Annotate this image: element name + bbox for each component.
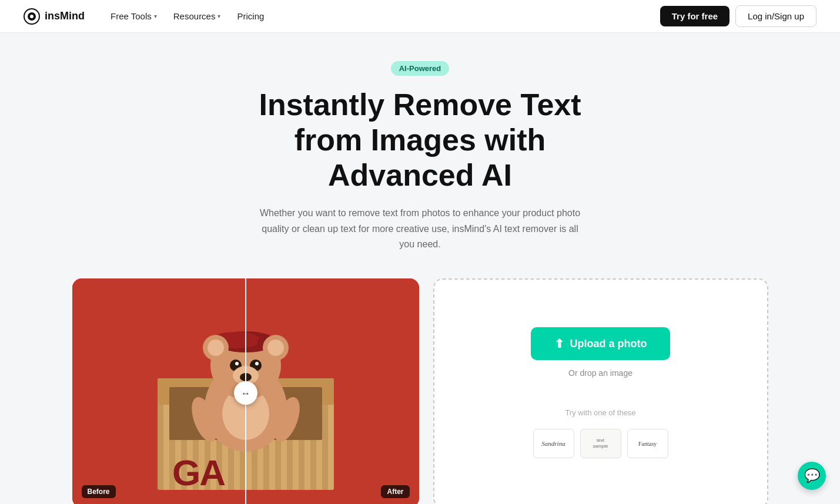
bear-illustration: GA — [72, 278, 419, 504]
content-area: GA — [0, 278, 840, 504]
image-compare: GA — [72, 278, 419, 504]
svg-text:GA: GA — [172, 452, 225, 493]
svg-point-35 — [235, 362, 239, 365]
nav-free-tools[interactable]: Free Tools ▾ — [103, 8, 164, 25]
label-before: Before — [82, 485, 116, 498]
svg-point-30 — [208, 340, 224, 356]
upload-button-label: Upload a photo — [570, 338, 647, 350]
chat-widget[interactable]: 💬 — [798, 462, 826, 490]
nav-links: Free Tools ▾ Resources ▾ Pricing — [103, 8, 271, 25]
hero-title: Instantly Remove Text from Images with A… — [259, 88, 581, 193]
upload-photo-button[interactable]: ⬆ Upload a photo — [531, 327, 671, 360]
sample-images: Sandrina textsample Fantasy — [533, 429, 668, 458]
chevron-down-icon: ▾ — [217, 13, 220, 19]
logo[interactable]: insMind — [24, 8, 85, 25]
upload-icon: ⬆ — [554, 337, 564, 351]
svg-point-2 — [30, 15, 34, 18]
sample-image-3[interactable]: Fantasy — [627, 429, 668, 458]
chevron-down-icon: ▾ — [154, 13, 157, 19]
upload-panel: ⬆ Upload a photo Or drop an image Try wi… — [433, 278, 768, 504]
try-for-free-button[interactable]: Try for free — [660, 6, 729, 26]
logo-text: insMind — [45, 10, 85, 22]
ai-powered-badge: AI-Powered — [391, 61, 450, 76]
svg-text:↔: ↔ — [241, 388, 250, 398]
try-label: Try with one of these — [565, 408, 635, 417]
label-after: After — [381, 485, 409, 498]
navbar-right: Try for free Log in/Sign up — [660, 5, 816, 27]
svg-point-28 — [257, 338, 264, 345]
sample-image-1[interactable]: Sandrina — [533, 429, 574, 458]
nav-pricing[interactable]: Pricing — [230, 8, 271, 25]
nav-free-tools-label: Free Tools — [111, 11, 152, 21]
navbar: insMind Free Tools ▾ Resources ▾ Pricing… — [0, 0, 840, 33]
svg-point-36 — [255, 362, 259, 365]
chat-icon: 💬 — [804, 468, 820, 483]
navbar-left: insMind Free Tools ▾ Resources ▾ Pricing — [24, 8, 271, 25]
sample-image-2[interactable]: textsample — [580, 429, 621, 458]
svg-rect-5 — [158, 396, 163, 490]
hero-subtitle: Whether you want to remove text from pho… — [256, 206, 585, 252]
svg-rect-19 — [322, 396, 328, 490]
nav-resources[interactable]: Resources ▾ — [166, 8, 228, 25]
nav-pricing-label: Pricing — [237, 11, 264, 21]
drop-text: Or drop an image — [568, 368, 632, 378]
logo-icon — [24, 8, 40, 25]
hero-section: AI-Powered Instantly Remove Text from Im… — [0, 33, 840, 278]
login-signup-button[interactable]: Log in/Sign up — [735, 5, 816, 27]
nav-resources-label: Resources — [173, 11, 216, 21]
svg-point-32 — [267, 340, 284, 356]
